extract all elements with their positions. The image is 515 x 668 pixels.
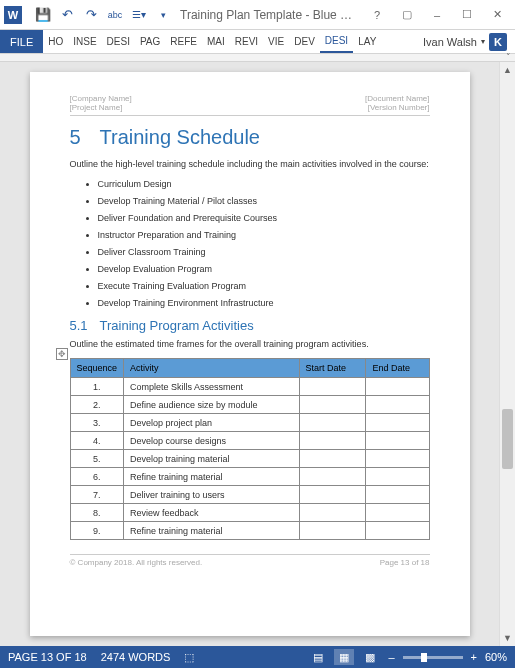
cell-start-date[interactable]: [299, 396, 366, 414]
list-item[interactable]: Develop Training Material / Pilot classe…: [98, 196, 430, 206]
touch-mode-button[interactable]: ☰▾: [128, 4, 150, 26]
ribbon-tab-inse[interactable]: INSE: [68, 30, 101, 53]
list-item[interactable]: Deliver Classroom Training: [98, 247, 430, 257]
vertical-scrollbar[interactable]: ▲ ▼: [499, 62, 515, 646]
collapse-ribbon-button[interactable]: ˅: [506, 52, 511, 62]
cell-activity[interactable]: Refine training material: [124, 522, 300, 540]
maximize-button[interactable]: ☐: [453, 4, 481, 26]
zoom-level[interactable]: 60%: [485, 651, 507, 663]
cell-start-date[interactable]: [299, 432, 366, 450]
cell-sequence[interactable]: 2.: [70, 396, 124, 414]
zoom-out-button[interactable]: –: [386, 651, 396, 663]
cell-start-date[interactable]: [299, 522, 366, 540]
list-item[interactable]: Instructor Preparation and Training: [98, 230, 430, 240]
close-button[interactable]: ✕: [483, 4, 511, 26]
cell-sequence[interactable]: 8.: [70, 504, 124, 522]
page-count-status[interactable]: PAGE 13 OF 18: [8, 651, 87, 663]
scroll-thumb[interactable]: [502, 409, 513, 469]
heading-2[interactable]: 5.1Training Program Activities: [70, 318, 430, 333]
table-row[interactable]: 5.Develop training material: [70, 450, 429, 468]
cell-sequence[interactable]: 4.: [70, 432, 124, 450]
table-move-handle[interactable]: ✥: [56, 348, 68, 360]
cell-start-date[interactable]: [299, 450, 366, 468]
table-header[interactable]: Sequence: [70, 359, 124, 378]
table-row[interactable]: 1.Complete Skills Assessment: [70, 378, 429, 396]
list-item[interactable]: Execute Training Evaluation Program: [98, 281, 430, 291]
cell-end-date[interactable]: [366, 468, 429, 486]
ribbon-tab-pag[interactable]: PAG: [135, 30, 165, 53]
ribbon-tab-desi[interactable]: DESI: [320, 30, 353, 53]
ribbon-tab-refe[interactable]: REFE: [165, 30, 202, 53]
scroll-track[interactable]: [500, 78, 515, 630]
table-row[interactable]: 8.Review feedback: [70, 504, 429, 522]
cell-activity[interactable]: Develop project plan: [124, 414, 300, 432]
cell-sequence[interactable]: 5.: [70, 450, 124, 468]
ribbon-options-button[interactable]: ▢: [393, 4, 421, 26]
heading-1[interactable]: 5Training Schedule: [70, 126, 430, 149]
cell-activity[interactable]: Refine training material: [124, 468, 300, 486]
word-count-status[interactable]: 2474 WORDS: [101, 651, 171, 663]
cell-end-date[interactable]: [366, 432, 429, 450]
table-header[interactable]: Activity: [124, 359, 300, 378]
web-layout-button[interactable]: ▩: [360, 649, 380, 665]
undo-button[interactable]: ↶: [56, 4, 78, 26]
bullet-list[interactable]: Curriculum DesignDevelop Training Materi…: [70, 179, 430, 308]
cell-activity[interactable]: Define audience size by module: [124, 396, 300, 414]
redo-button[interactable]: ↷: [80, 4, 102, 26]
print-layout-button[interactable]: ▦: [334, 649, 354, 665]
cell-sequence[interactable]: 7.: [70, 486, 124, 504]
qat-customize-button[interactable]: ▾: [152, 4, 174, 26]
scroll-down-button[interactable]: ▼: [500, 630, 515, 646]
cell-end-date[interactable]: [366, 414, 429, 432]
cell-end-date[interactable]: [366, 522, 429, 540]
help-button[interactable]: ?: [363, 4, 391, 26]
proofing-status[interactable]: ⬚: [184, 651, 194, 664]
zoom-slider[interactable]: [403, 656, 463, 659]
ribbon-tab-mai[interactable]: MAI: [202, 30, 230, 53]
cell-activity[interactable]: Complete Skills Assessment: [124, 378, 300, 396]
activities-table[interactable]: SequenceActivityStart DateEnd Date1.Comp…: [70, 358, 430, 540]
scroll-up-button[interactable]: ▲: [500, 62, 515, 78]
list-item[interactable]: Curriculum Design: [98, 179, 430, 189]
ribbon-tab-revi[interactable]: REVI: [230, 30, 263, 53]
file-tab[interactable]: FILE: [0, 30, 43, 53]
minimize-button[interactable]: –: [423, 4, 451, 26]
intro-text-2[interactable]: Outline the estimated time frames for th…: [70, 339, 430, 351]
cell-end-date[interactable]: [366, 486, 429, 504]
cell-start-date[interactable]: [299, 486, 366, 504]
cell-activity[interactable]: Review feedback: [124, 504, 300, 522]
cell-start-date[interactable]: [299, 378, 366, 396]
ribbon-tab-lay[interactable]: LAY: [353, 30, 381, 53]
table-header[interactable]: End Date: [366, 359, 429, 378]
table-row[interactable]: 9.Refine training material: [70, 522, 429, 540]
cell-sequence[interactable]: 9.: [70, 522, 124, 540]
zoom-slider-thumb[interactable]: [421, 653, 427, 662]
cell-start-date[interactable]: [299, 414, 366, 432]
cell-start-date[interactable]: [299, 504, 366, 522]
cell-end-date[interactable]: [366, 396, 429, 414]
cell-activity[interactable]: Develop training material: [124, 450, 300, 468]
cell-sequence[interactable]: 6.: [70, 468, 124, 486]
intro-text[interactable]: Outline the high-level training schedule…: [70, 159, 430, 171]
table-row[interactable]: 4.Develop course designs: [70, 432, 429, 450]
cell-activity[interactable]: Deliver training to users: [124, 486, 300, 504]
ribbon-tab-vie[interactable]: VIE: [263, 30, 289, 53]
list-item[interactable]: Develop Training Environment Infrastruct…: [98, 298, 430, 308]
cell-sequence[interactable]: 1.: [70, 378, 124, 396]
cell-end-date[interactable]: [366, 504, 429, 522]
ribbon-tab-dev[interactable]: DEV: [289, 30, 320, 53]
document-page[interactable]: [Company Name] [Project Name] [Document …: [30, 72, 470, 636]
list-item[interactable]: Deliver Foundation and Prerequisite Cour…: [98, 213, 430, 223]
cell-activity[interactable]: Develop course designs: [124, 432, 300, 450]
table-row[interactable]: 2.Define audience size by module: [70, 396, 429, 414]
cell-end-date[interactable]: [366, 450, 429, 468]
table-row[interactable]: 6.Refine training material: [70, 468, 429, 486]
zoom-in-button[interactable]: +: [469, 651, 479, 663]
read-mode-button[interactable]: ▤: [308, 649, 328, 665]
table-row[interactable]: 7.Deliver training to users: [70, 486, 429, 504]
cell-sequence[interactable]: 3.: [70, 414, 124, 432]
list-item[interactable]: Develop Evaluation Program: [98, 264, 430, 274]
table-header[interactable]: Start Date: [299, 359, 366, 378]
cell-start-date[interactable]: [299, 468, 366, 486]
ribbon-tab-ho[interactable]: HO: [43, 30, 68, 53]
